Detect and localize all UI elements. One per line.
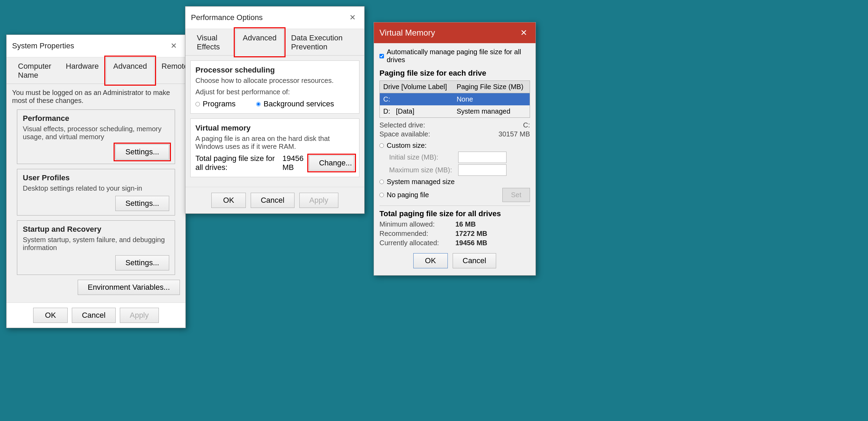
paging-total-value: 19456 MB — [282, 154, 309, 172]
processor-scheduling-section: Processor scheduling Choose how to alloc… — [190, 60, 359, 114]
drive-row-d[interactable]: D: [Data] System managed — [380, 105, 530, 118]
drive-d-size: System managed — [453, 105, 530, 118]
virtual-memory-button-row: OK Cancel — [379, 248, 530, 270]
max-size-row: Maximum size (MB): — [389, 164, 530, 176]
drive-c-label: C: — [380, 93, 453, 106]
performance-options-body: Processor scheduling Choose how to alloc… — [185, 56, 364, 187]
user-profiles-title: User Profiles — [23, 173, 169, 182]
no-paging-radio[interactable] — [379, 193, 384, 197]
virtual-memory-dialog: Virtual Memory ✕ Automatically manage pa… — [374, 22, 536, 276]
background-services-radio-label[interactable]: Background services — [256, 99, 334, 108]
auto-manage-checkbox[interactable] — [379, 54, 384, 58]
startup-recovery-description: System startup, system failure, and debu… — [23, 236, 169, 252]
selected-drive-value: C: — [523, 121, 530, 129]
user-profiles-description: Desktop settings related to your sign-in — [23, 184, 169, 192]
no-paging-label: No paging file — [387, 191, 429, 199]
system-managed-row: System managed size — [379, 178, 530, 186]
system-properties-close-button[interactable]: ✕ — [167, 40, 180, 52]
paging-total-label: Total paging file size for all drives: — [195, 154, 282, 172]
perf-apply-button[interactable]: Apply — [299, 193, 338, 208]
current-label: Currently allocated: — [379, 239, 455, 247]
tab-dep[interactable]: Data Execution Prevention — [284, 29, 360, 56]
virtual-memory-title: Virtual Memory — [379, 28, 435, 38]
custom-size-radio[interactable] — [379, 143, 384, 148]
tab-perf-advanced[interactable]: Advanced — [235, 29, 284, 56]
space-available-row: Space available: 30157 MB — [379, 130, 530, 138]
perf-ok-button[interactable]: OK — [211, 193, 246, 208]
system-ok-button[interactable]: OK — [33, 308, 68, 323]
system-managed-radio[interactable] — [379, 180, 384, 184]
performance-options-title: Performance Options — [191, 13, 263, 22]
perf-cancel-button[interactable]: Cancel — [251, 193, 294, 208]
virtual-memory-titlebar: Virtual Memory ✕ — [374, 22, 536, 43]
virtual-memory-desc: A paging file is an area on the hard dis… — [195, 135, 354, 151]
initial-size-label: Initial size (MB): — [389, 153, 458, 161]
tab-visual-effects[interactable]: Visual Effects — [190, 29, 235, 56]
minimum-label: Minimum allowed: — [379, 220, 455, 228]
background-services-radio[interactable] — [256, 102, 261, 106]
max-size-label: Maximum size (MB): — [389, 166, 458, 174]
drive-c-size: None — [453, 93, 530, 106]
space-available-value: 30157 MB — [499, 130, 530, 138]
virtual-memory-title: Virtual memory — [195, 124, 354, 133]
custom-size-label: Custom size: — [387, 142, 427, 150]
virtual-memory-section: Virtual memory A paging file is an area … — [190, 118, 359, 177]
set-button[interactable]: Set — [502, 188, 530, 202]
processor-scheduling-desc: Choose how to allocate processor resourc… — [195, 77, 354, 85]
auto-manage-row: Automatically manage paging file size fo… — [379, 48, 530, 64]
change-button[interactable]: Change... — [309, 155, 354, 171]
virtual-memory-body: Automatically manage paging file size fo… — [374, 43, 536, 275]
tab-hardware[interactable]: Hardware — [59, 57, 106, 84]
system-properties-titlebar: System Properties ✕ — [7, 35, 185, 57]
system-cancel-button[interactable]: Cancel — [72, 308, 115, 323]
system-managed-label: System managed size — [387, 178, 455, 186]
startup-recovery-section: Startup and Recovery System startup, sys… — [17, 220, 175, 275]
selected-drive-label: Selected drive: — [379, 121, 425, 129]
user-profiles-settings-button[interactable]: Settings... — [115, 196, 169, 211]
startup-recovery-settings-button[interactable]: Settings... — [115, 255, 169, 270]
performance-options-button-row: OK Cancel Apply — [185, 187, 364, 213]
space-available-label: Space available: — [379, 130, 430, 138]
programs-label: Programs — [203, 99, 235, 108]
size-col-header: Paging File Size (MB) — [453, 81, 530, 93]
env-vars-button[interactable]: Environment Variables... — [78, 280, 180, 295]
programs-radio-label[interactable]: Programs — [195, 99, 235, 108]
initial-size-input[interactable] — [458, 152, 507, 163]
paging-size-options: Custom size: Initial size (MB): Maximum … — [379, 142, 530, 202]
vm-cancel-button[interactable]: Cancel — [453, 253, 496, 268]
user-profiles-section: User Profiles Desktop settings related t… — [17, 169, 175, 216]
total-section-title: Total paging file size for all drives — [379, 209, 530, 218]
programs-radio[interactable] — [195, 102, 200, 106]
adjust-label: Adjust for best performance of: — [195, 88, 354, 96]
system-apply-button[interactable]: Apply — [120, 308, 159, 323]
performance-settings-button[interactable]: Settings... — [115, 144, 169, 160]
total-paging-section: Total paging file size for all drives Mi… — [379, 205, 530, 247]
auto-manage-label: Automatically manage paging file size fo… — [387, 48, 530, 64]
recommended-label: Recommended: — [379, 230, 455, 238]
drive-d-label: D: [Data] — [380, 105, 453, 118]
performance-options-tab-row: Visual Effects Advanced Data Execution P… — [185, 29, 364, 56]
tab-advanced[interactable]: Advanced — [106, 57, 154, 84]
performance-options-close-button[interactable]: ✕ — [346, 11, 359, 24]
tab-computer-name[interactable]: Computer Name — [11, 57, 59, 84]
performance-options-titlebar: Performance Options ✕ — [185, 7, 364, 29]
minimum-row: Minimum allowed: 16 MB — [379, 220, 530, 228]
virtual-memory-close-button[interactable]: ✕ — [518, 27, 530, 39]
performance-description: Visual effects, processor scheduling, me… — [23, 125, 169, 141]
admin-note: You must be logged on as an Administrato… — [12, 89, 180, 105]
background-services-label: Background services — [263, 99, 334, 108]
drive-table: Drive [Volume Label] Paging File Size (M… — [379, 80, 530, 118]
system-properties-tab-row: Computer Name Hardware Advanced Remote — [7, 57, 185, 84]
max-size-input[interactable] — [458, 164, 507, 176]
drive-row-c[interactable]: C: None — [380, 93, 530, 106]
selected-drive-row: Selected drive: C: — [379, 121, 530, 129]
initial-size-row: Initial size (MB): — [389, 152, 530, 163]
minimum-value: 16 MB — [455, 220, 476, 228]
startup-recovery-title: Startup and Recovery — [23, 225, 169, 234]
current-value: 19456 MB — [455, 239, 487, 247]
performance-title: Performance — [23, 114, 169, 123]
drive-col-header: Drive [Volume Label] — [380, 81, 453, 93]
current-row: Currently allocated: 19456 MB — [379, 239, 530, 247]
recommended-row: Recommended: 17272 MB — [379, 230, 530, 238]
vm-ok-button[interactable]: OK — [413, 253, 448, 268]
